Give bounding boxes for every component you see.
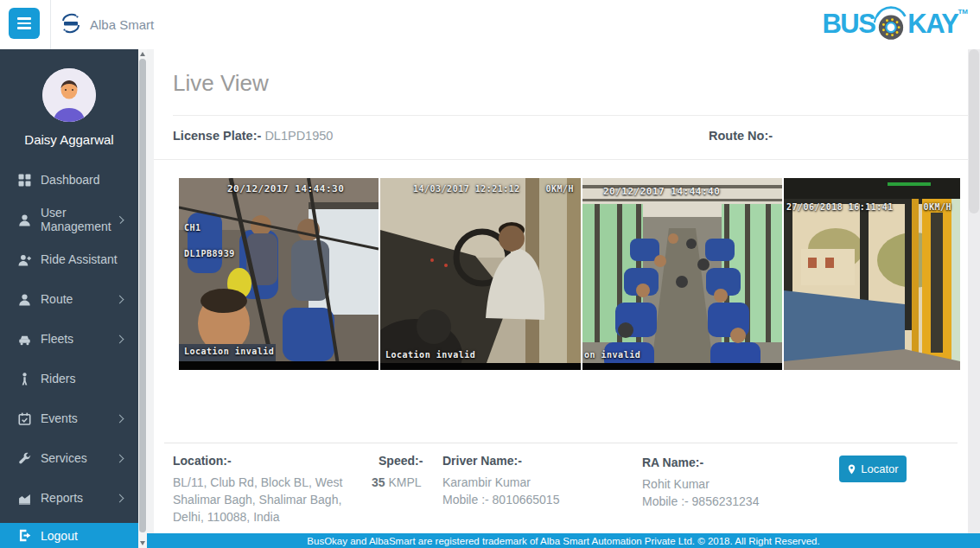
page-scrollbar[interactable] bbox=[968, 49, 980, 533]
sidebar-item-label: Route bbox=[41, 292, 73, 306]
sidebar-item-label: Reports bbox=[41, 491, 83, 505]
speed-value: 35 bbox=[372, 475, 385, 489]
driver-name-label: Driver Name:- bbox=[442, 454, 559, 468]
route-icon bbox=[17, 292, 31, 306]
sidebar-scrollbar-thumb[interactable] bbox=[139, 59, 146, 532]
license-plate-row: License Plate:- DL1PD1950 bbox=[173, 129, 333, 143]
location-block: Location:- BL/11, Club Rd, Block BL, Wes… bbox=[173, 454, 373, 526]
calendar-icon bbox=[17, 411, 31, 425]
sidebar-item-events[interactable]: Events bbox=[0, 398, 138, 438]
camera-feed-1[interactable]: 20/12/2017 14:44:30 CH1 DL1PB8939 Locati… bbox=[179, 178, 379, 370]
camera-feed-3[interactable]: 20/12/2017 14:44:40 on invalid bbox=[582, 178, 782, 370]
user-avatar bbox=[42, 68, 96, 122]
locator-label: Locator bbox=[861, 462, 898, 475]
sidebar-nav: Dashboard User Management Ride Assistant bbox=[0, 160, 138, 518]
sidebar-item-label: Services bbox=[41, 451, 87, 465]
camera-vehicle-id: DL1PB8939 bbox=[184, 249, 235, 258]
chevron-right-icon bbox=[116, 335, 124, 343]
chevron-right-icon bbox=[116, 414, 124, 423]
camera-feed-4[interactable]: 27/06/2018 16:11:41 0KM/H bbox=[784, 178, 960, 370]
camera-feed-1-image bbox=[179, 178, 379, 370]
locator-button[interactable]: Locator bbox=[839, 456, 907, 482]
divider bbox=[173, 115, 968, 116]
sidebar-item-user-management[interactable]: User Management bbox=[0, 200, 138, 239]
camera-gps-status: Location invalid bbox=[385, 350, 475, 360]
logo-kay-text: KAY bbox=[907, 5, 958, 43]
map-pin-icon bbox=[847, 463, 856, 475]
speed-unit: KMPL bbox=[388, 475, 421, 489]
camera-speed: 0KM/H bbox=[545, 184, 574, 194]
driver-block: Driver Name:- Karambir Kumar Mobile :- 8… bbox=[442, 454, 559, 508]
logout-icon bbox=[17, 529, 31, 543]
chevron-right-icon bbox=[116, 295, 124, 303]
location-label: Location:- bbox=[173, 454, 373, 468]
chart-icon bbox=[17, 491, 31, 505]
footer-bar: BusOkay and AlbaSmart are registered tra… bbox=[147, 533, 980, 548]
hamburger-menu-button[interactable] bbox=[9, 8, 40, 39]
scroll-down-arrow-icon[interactable] bbox=[140, 541, 145, 545]
busokay-logo: BUS KAY TM bbox=[822, 5, 968, 47]
divider bbox=[154, 159, 968, 160]
sidebar-item-reports[interactable]: Reports bbox=[0, 478, 138, 518]
footer-text: BusOkay and AlbaSmart are registered tra… bbox=[307, 536, 819, 546]
app-name: Alba Smart bbox=[90, 17, 154, 32]
sidebar-item-services[interactable]: Services bbox=[0, 438, 138, 478]
camera-timestamp: 20/12/2017 14:44:40 bbox=[603, 186, 720, 197]
wrench-icon bbox=[17, 451, 31, 465]
camera-feed-3-image bbox=[582, 178, 782, 370]
logo-bus-text: BUS bbox=[822, 5, 875, 43]
sidebar-item-label: Events bbox=[41, 411, 78, 425]
sidebar-item-route[interactable]: Route bbox=[0, 279, 138, 319]
page-title: Live View bbox=[173, 70, 269, 97]
user-plus-icon bbox=[17, 252, 31, 266]
camera-timestamp: 20/12/2017 14:44:30 bbox=[227, 183, 344, 194]
chevron-right-icon bbox=[116, 494, 124, 502]
albasmart-logo-icon bbox=[59, 13, 83, 37]
ra-mobile: Mobile :- 9856231234 bbox=[642, 493, 759, 510]
sidebar-item-fleets[interactable]: Fleets bbox=[0, 319, 138, 359]
driver-name: Karambir Kumar bbox=[442, 474, 559, 491]
wheel-logo-icon bbox=[873, 5, 909, 47]
speed-label: Speed:- bbox=[372, 454, 423, 468]
camera-strip: 20/12/2017 14:44:30 CH1 DL1PB8939 Locati… bbox=[179, 178, 960, 370]
route-no-label: Route No:- bbox=[709, 129, 773, 143]
route-no-row: Route No:- bbox=[709, 129, 773, 143]
license-plate-value: DL1PD1950 bbox=[264, 129, 333, 143]
logo-tm-mark: TM bbox=[958, 8, 968, 16]
car-icon bbox=[17, 332, 31, 346]
sidebar-item-label: Riders bbox=[41, 372, 75, 386]
page-scrollbar-thumb[interactable] bbox=[969, 49, 979, 213]
camera-feed-2[interactable]: 14/03/2017 12:21:12 0KM/H Location inval… bbox=[380, 178, 581, 370]
scroll-up-arrow-icon[interactable] bbox=[140, 52, 145, 56]
header-divider bbox=[50, 0, 51, 49]
camera-channel: CH1 bbox=[184, 223, 201, 233]
sidebar-scrollbar[interactable] bbox=[138, 49, 147, 548]
driver-mobile: Mobile :- 8010665015 bbox=[442, 491, 559, 508]
camera-feed-2-image bbox=[380, 178, 581, 370]
dashboard-grid-icon bbox=[17, 173, 31, 187]
camera-gps-status: on invalid bbox=[584, 350, 640, 360]
location-value: BL/11, Club Rd, Block BL, West Shalimar … bbox=[173, 475, 342, 524]
sidebar-item-dashboard[interactable]: Dashboard bbox=[0, 160, 138, 200]
camera-timestamp: 27/06/2018 16:11:41 bbox=[786, 202, 894, 212]
chevron-right-icon bbox=[116, 454, 124, 462]
sidebar-item-ride-assistant[interactable]: Ride Assistant bbox=[0, 239, 138, 279]
speed-block: Speed:- 35 KMPL bbox=[372, 454, 423, 491]
sidebar: Daisy Aggarwal Dashboard User Management bbox=[0, 49, 138, 548]
sidebar-item-label: Dashboard bbox=[41, 173, 100, 187]
ra-name: Rohit Kumar bbox=[642, 475, 759, 493]
divider bbox=[164, 443, 958, 443]
sidebar-item-logout[interactable]: Logout bbox=[0, 523, 138, 548]
top-header: Alba Smart BUS KAY TM bbox=[0, 0, 980, 49]
sidebar-item-label: Fleets bbox=[41, 332, 73, 346]
user-profile: Daisy Aggarwal bbox=[0, 49, 138, 147]
sidebar-item-label: User Management bbox=[41, 206, 118, 233]
hamburger-icon bbox=[17, 17, 31, 20]
albasmart-brand: Alba Smart bbox=[59, 0, 154, 49]
sidebar-item-riders[interactable]: Riders bbox=[0, 359, 138, 398]
busokay-live-view-page: Alba Smart BUS KAY TM bbox=[0, 0, 980, 548]
license-plate-label: License Plate:- bbox=[173, 129, 261, 143]
sidebar-item-label: Ride Assistant bbox=[41, 252, 118, 266]
live-view-card: Live View License Plate:- DL1PD1950 Rout… bbox=[154, 49, 968, 533]
rider-icon bbox=[17, 372, 31, 386]
